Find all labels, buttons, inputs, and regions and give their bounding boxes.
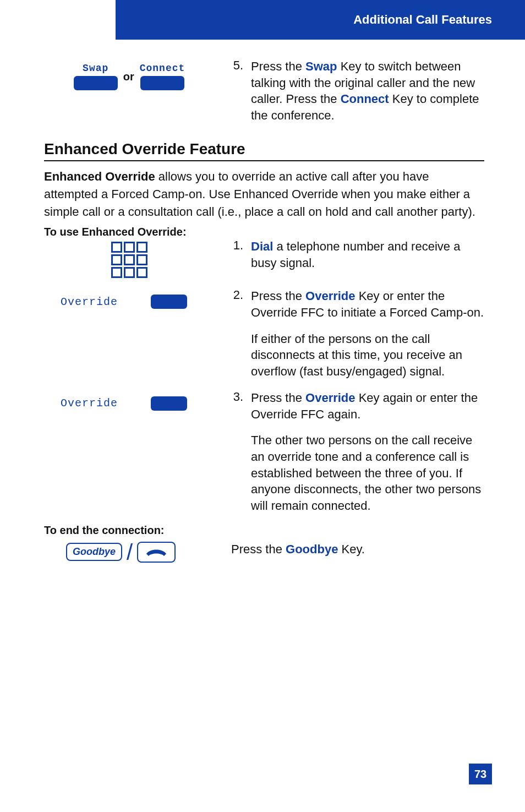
end-heading: To end the connection: — [44, 524, 484, 537]
goodbye-graphic: Goodbye / — [44, 537, 215, 563]
intro-lead: Enhanced Override — [44, 170, 155, 183]
step-1-row: 1. Dial a telephone number and receive a… — [44, 238, 484, 278]
step-2-number: 2. — [231, 288, 243, 320]
hangup-icon — [137, 542, 176, 563]
or-label: or — [123, 70, 134, 83]
page-content: Swap or Connect 5. Press the Swap Key to… — [44, 58, 484, 573]
step-3-number: 3. — [231, 390, 243, 422]
swap-button-icon — [74, 76, 118, 90]
override-button-icon-2 — [151, 396, 187, 411]
goodbye-key-label-box: Goodbye — [66, 543, 122, 561]
step-2-text: Press the Override Key or enter the Over… — [251, 288, 484, 320]
use-heading: To use Enhanced Override: — [44, 226, 484, 238]
step-2-row: Override 2. Press the Override Key or en… — [44, 288, 484, 379]
keypad-icon — [44, 242, 215, 278]
override-keyword-1: Override — [305, 289, 356, 303]
connect-softkey-label: Connect — [140, 63, 185, 74]
intro-paragraph: Enhanced Override allows you to override… — [44, 168, 484, 221]
goodbye-row: Goodbye / Press the Goodbye Key. — [44, 537, 484, 563]
swap-keyword: Swap — [305, 59, 337, 73]
step-3-row: Override 3. Press the Override Key again… — [44, 390, 484, 514]
step-5-number: 5. — [231, 58, 243, 124]
section-title: Enhanced Override Feature — [44, 140, 484, 161]
step-1-number: 1. — [231, 238, 243, 271]
override-button-icon — [151, 295, 187, 309]
header-title: Additional Call Features — [353, 13, 492, 27]
step-3-graphic: Override — [44, 390, 215, 514]
override-softkey: Override — [44, 295, 215, 309]
step-1-text: Dial a telephone number and receive a bu… — [251, 238, 484, 271]
override-softkey-label: Override — [61, 296, 118, 308]
step-3-sub: The other two persons on the call receiv… — [251, 432, 484, 514]
step-5-graphic: Swap or Connect — [44, 58, 215, 124]
step-1-graphic — [44, 238, 215, 278]
step-2-graphic: Override — [44, 288, 215, 379]
step-5-row: Swap or Connect 5. Press the Swap Key to… — [44, 58, 484, 124]
connect-softkey: Connect — [140, 63, 185, 90]
step-2-sub: If either of the persons on the call dis… — [251, 331, 484, 380]
connect-button-icon — [140, 76, 184, 90]
swap-softkey-label: Swap — [83, 63, 108, 74]
slash-separator: / — [127, 541, 133, 563]
goodbye-keyword: Goodbye — [286, 542, 338, 556]
override-softkey-label-2: Override — [61, 397, 118, 410]
connect-keyword: Connect — [341, 92, 389, 106]
override-softkey-2: Override — [44, 396, 215, 411]
header-tab: Additional Call Features — [116, 0, 525, 40]
page-number: 73 — [469, 764, 492, 784]
goodbye-text: Press the Goodbye Key. — [231, 541, 484, 558]
dial-keyword: Dial — [251, 239, 273, 253]
swap-softkey: Swap — [74, 63, 118, 90]
step-3-text: Press the Override Key again or enter th… — [251, 390, 484, 422]
override-keyword-2: Override — [305, 391, 356, 405]
step-5-text: Press the Swap Key to switch between tal… — [251, 58, 484, 124]
